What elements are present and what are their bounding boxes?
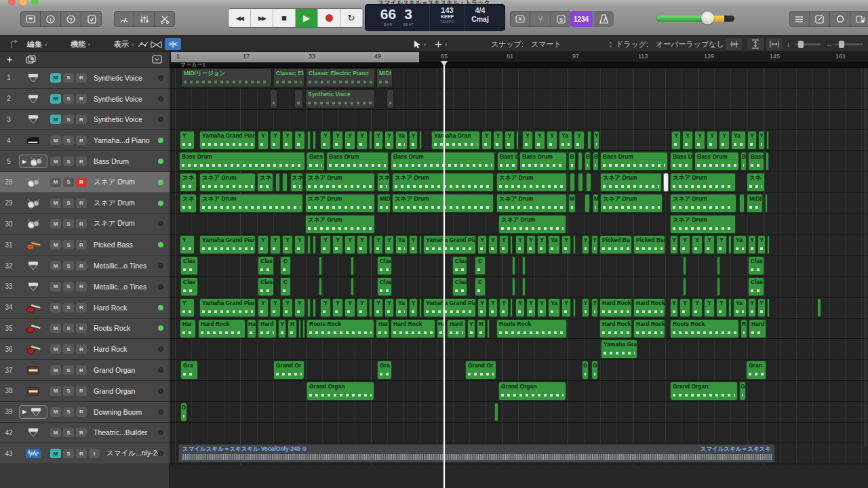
midi-region[interactable] [739,194,745,213]
midi-region[interactable]: Y [537,298,547,317]
auto-zoom-icon[interactable] [9,36,19,53]
midi-region[interactable]: Y [499,235,509,254]
record-enable-button[interactable]: R [76,407,87,417]
midi-region[interactable]: Y [515,235,525,254]
record-enable-button[interactable]: R [76,115,87,124]
quick-help-icon[interactable] [81,11,102,27]
midi-region[interactable]: B [585,152,591,171]
midi-region[interactable] [578,173,583,192]
track-name[interactable]: Synthetic Voice [87,74,158,82]
mute-button[interactable]: M [50,157,61,166]
mute-button[interactable]: M [50,199,61,208]
midi-region[interactable]: Y [748,298,756,317]
midi-region[interactable]: Roots Rock [496,319,567,338]
midi-region[interactable] [585,194,590,213]
solo-button[interactable]: S [63,219,74,228]
mute-button[interactable]: M [50,323,61,333]
record-enable-button[interactable]: R [76,261,87,270]
midi-region[interactable] [586,173,591,192]
midi-region[interactable]: Y [719,131,730,150]
midi-region[interactable]: Y [320,131,331,150]
midi-region[interactable]: スネア Drum [305,215,375,234]
midi-region[interactable]: Bass Dr [670,152,693,171]
menu-edit[interactable]: 編集∨ [27,36,47,53]
midi-region[interactable]: C [475,256,486,275]
mute-button[interactable]: M [50,365,61,375]
track-row-31[interactable]: 31MSRPicked Bass [0,235,170,256]
midi-region[interactable]: Yamaha Grand Pian [199,131,256,150]
midi-region[interactable]: Y [526,298,536,317]
midi-region[interactable]: Ya [395,131,408,150]
midi-region[interactable]: スネア Drum [305,194,375,213]
midi-region[interactable]: Hard [447,319,466,338]
midi-region[interactable] [369,131,372,150]
solo-button[interactable]: S [63,407,74,417]
midi-region[interactable] [728,235,732,254]
tuner-icon[interactable] [114,11,134,27]
midi-region[interactable]: G [582,361,589,380]
midi-region[interactable]: Picked Ba [599,235,632,254]
midi-region[interactable]: Y [488,235,498,254]
midi-region[interactable]: Y [374,235,383,254]
midi-region[interactable] [510,235,513,254]
midi-region[interactable]: Y [357,131,368,150]
midi-region[interactable]: Y [582,298,589,317]
record-enable-button[interactable]: R [76,157,87,166]
record-enable-button[interactable]: R [76,365,87,375]
track-row-35[interactable]: 35MSRRoots Rock [0,319,170,340]
midi-region[interactable]: Classic Ele [273,68,304,87]
track-row-29[interactable]: 29MSRスネア Drum [0,193,170,214]
midi-region[interactable]: Y [282,298,293,317]
mute-button[interactable]: M [50,219,61,228]
midi-region[interactable]: Y [505,131,515,150]
midi-region[interactable] [683,277,686,296]
midi-region[interactable]: Yamaha Gran [431,131,480,150]
midi-region[interactable]: Hard Rock [391,319,435,338]
midi-region[interactable] [765,194,768,213]
midi-region[interactable]: Y [384,131,394,150]
midi-region[interactable]: Bass Drum [179,152,305,171]
midi-region[interactable]: MIDIリージョン [181,68,272,87]
midi-region[interactable]: Y [294,131,305,150]
autopunch-icon[interactable] [510,11,530,27]
midi-region[interactable] [817,298,821,317]
track-name[interactable]: Hard Rock [87,304,158,312]
track-name[interactable]: Theatric...Builder [87,428,158,436]
midi-region[interactable] [587,131,591,150]
duplicate-track-button[interactable] [26,55,37,64]
vertical-zoom-knob[interactable] [798,41,804,48]
count-in-button[interactable]: 1234 [570,11,593,27]
midi-region[interactable]: C [280,256,291,275]
midi-region[interactable]: スネ [377,173,390,192]
solo-button[interactable]: S [63,178,74,187]
midi-region[interactable]: Y [716,235,727,254]
midi-region[interactable]: Y [694,131,705,150]
midi-region[interactable]: Y [477,298,487,317]
midi-region[interactable] [275,173,280,192]
midi-region[interactable] [516,131,519,150]
midi-region[interactable]: Y [374,298,383,317]
midi-region[interactable]: Y [561,235,571,254]
track-row-42[interactable]: 42MSRTheatric...Builder [0,423,170,444]
midi-region[interactable] [512,277,515,296]
marker-lane[interactable]: マーカー1 [170,62,868,68]
track-name[interactable]: スネア Drum [87,199,158,208]
mute-button[interactable]: M [50,73,61,83]
track-name[interactable]: スマイル...nly-24b [100,449,158,458]
midi-region[interactable] [319,256,322,275]
midi-region[interactable]: Bass Drum [391,152,495,171]
midi-region[interactable]: Bass Drum [326,152,389,171]
midi-region[interactable]: G [591,361,598,380]
record-enable-button[interactable]: R [76,428,87,437]
midi-region[interactable]: スネア Drum [496,194,567,213]
midi-region[interactable]: Y [591,298,598,317]
midi-region[interactable]: H [477,319,486,338]
mute-button[interactable]: M [50,344,61,354]
midi-region[interactable]: Y [180,235,195,254]
midi-region[interactable]: Y [357,298,368,317]
midi-region[interactable]: スネ [180,194,197,213]
arrange-area[interactable]: 1173349658197113129145161 マーカー1 MIDIリージョ… [170,52,868,488]
midi-region[interactable]: Y [180,298,195,317]
midi-region[interactable]: D [180,403,187,422]
midi-region[interactable]: Clas [452,256,467,275]
